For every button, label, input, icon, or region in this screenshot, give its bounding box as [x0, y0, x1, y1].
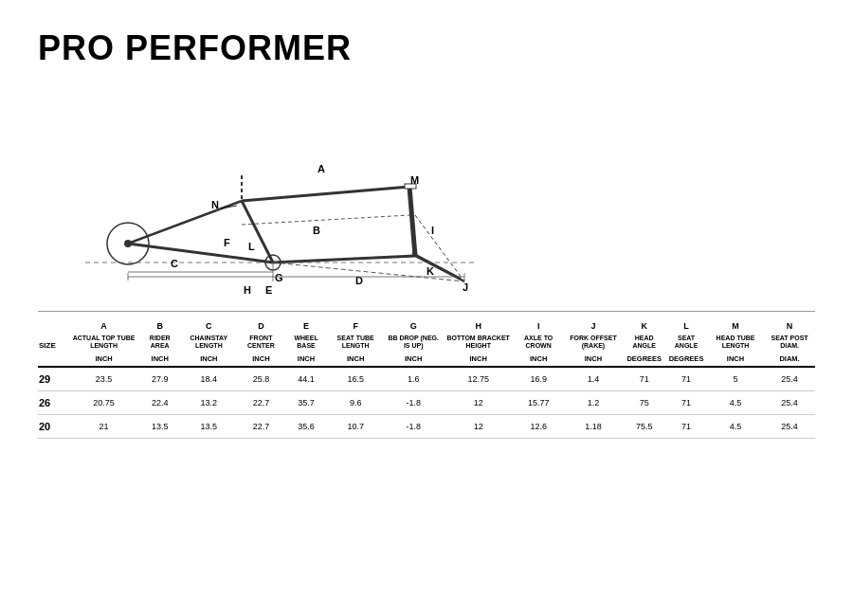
row29-e: 44.1	[284, 367, 327, 391]
table-row: 20 21 13.5 13.5 22.7 35.6 10.7 -1.8 12 1…	[38, 414, 815, 438]
bike-diagram: N A B C D E F G	[38, 78, 815, 305]
row26-g: -1.8	[384, 390, 444, 414]
col-f-unit: INCH	[328, 353, 384, 367]
col-k-header: HEAD ANGLE	[623, 333, 665, 353]
label-I: I	[431, 225, 434, 236]
row29-d: 25.8	[237, 367, 284, 391]
row29-b: 27.9	[139, 367, 180, 391]
label-N: N	[211, 199, 219, 210]
row20-c: 13.5	[180, 414, 237, 438]
col-b-header: RIDER AREA	[139, 333, 180, 353]
row20-i: 12.6	[514, 414, 564, 438]
row26-n: 25.4	[764, 390, 815, 414]
col-j-letter: J	[564, 319, 624, 333]
row26-e: 35.7	[284, 390, 327, 414]
row26-m: 4.5	[707, 390, 764, 414]
col-l-unit: DEGREES	[665, 353, 707, 367]
row29-g: 1.6	[384, 367, 444, 391]
row29-h: 12.75	[444, 367, 514, 391]
label-J: J	[463, 281, 468, 293]
row29-a: 23.5	[68, 367, 139, 391]
col-c-header: CHAINSTAY LENGTH	[180, 333, 237, 353]
row20-n: 25.4	[764, 414, 815, 438]
col-b-letter: B	[139, 319, 180, 333]
col-j-unit: INCH	[564, 353, 624, 367]
svg-line-9	[415, 215, 464, 281]
col-d-letter: D	[237, 319, 284, 333]
row26-k: 75	[623, 390, 665, 414]
row20-h: 12	[444, 414, 514, 438]
page-title: PRO PERFORMER	[38, 28, 815, 68]
size-unit	[38, 353, 68, 367]
col-a-unit: INCH	[68, 353, 139, 367]
label-E: E	[265, 284, 272, 296]
label-C: C	[171, 258, 178, 269]
row20-j: 1.18	[564, 414, 624, 438]
table-row: 26 20.75 22.4 13.2 22.7 35.7 9.6 -1.8 12…	[38, 390, 815, 414]
row29-c: 18.4	[180, 367, 237, 391]
column-header-row: SIZE ACTUAL TOP TUBE LENGTH RIDER AREA C…	[38, 333, 815, 353]
col-h-letter: H	[444, 319, 514, 333]
row20-k: 75.5	[623, 414, 665, 438]
col-h-header: BOTTOM BRACKET HEIGHT	[444, 333, 514, 353]
label-M: M	[410, 174, 419, 186]
col-e-unit: INCH	[284, 353, 327, 367]
row26-l: 71	[665, 390, 707, 414]
row29-j: 1.4	[564, 367, 624, 391]
row29-k: 71	[623, 367, 665, 391]
svg-line-16	[242, 215, 409, 225]
col-k-unit: DEGREES	[623, 353, 665, 367]
size-20: 20	[38, 414, 68, 438]
col-l-header: SEAT ANGLE	[665, 333, 707, 353]
col-n-letter: N	[764, 319, 815, 333]
column-letter-row: A B C D E F G H I J K L M N	[38, 319, 815, 333]
label-F: F	[224, 237, 230, 248]
row29-n: 25.4	[764, 367, 815, 391]
label-H: H	[244, 284, 251, 296]
col-h-unit: INCH	[444, 353, 514, 367]
svg-point-12	[124, 240, 132, 247]
size-header: SIZE	[38, 333, 68, 353]
row26-d: 22.7	[237, 390, 284, 414]
col-d-header: FRONT CENTER	[237, 333, 284, 353]
row29-l: 71	[665, 367, 707, 391]
svg-line-2	[242, 201, 273, 263]
row26-b: 22.4	[139, 390, 180, 414]
col-m-letter: M	[707, 319, 764, 333]
row20-d: 22.7	[237, 414, 284, 438]
col-n-unit: DIAM.	[764, 353, 815, 367]
label-K: K	[426, 265, 434, 277]
specs-table: A B C D E F G H I J K L M N SIZE ACTUAL …	[38, 319, 815, 439]
svg-line-8	[412, 253, 461, 279]
col-i-unit: INCH	[514, 353, 564, 367]
col-l-letter: L	[665, 319, 707, 333]
svg-line-3	[273, 256, 415, 263]
svg-line-5	[409, 187, 415, 256]
row26-i: 15.77	[514, 390, 564, 414]
row20-e: 35.6	[284, 414, 327, 438]
col-n-header: SEAT POST DIAM.	[764, 333, 815, 353]
col-j-header: FORK OFFSET (RAKE)	[564, 333, 624, 353]
col-a-letter: A	[68, 319, 139, 333]
table-row: 29 23.5 27.9 18.4 25.8 44.1 16.5 1.6 12.…	[38, 367, 815, 391]
row26-h: 12	[444, 390, 514, 414]
col-d-unit: INCH	[237, 353, 284, 367]
row26-f: 9.6	[328, 390, 384, 414]
col-i-letter: I	[514, 319, 564, 333]
col-k-letter: K	[623, 319, 665, 333]
svg-line-4	[242, 187, 409, 201]
divider	[38, 311, 815, 312]
row20-f: 10.7	[328, 414, 384, 438]
col-g-unit: INCH	[384, 353, 444, 367]
row20-l: 71	[665, 414, 707, 438]
unit-row: INCH INCH INCH INCH INCH INCH INCH INCH …	[38, 353, 815, 367]
row26-c: 13.2	[180, 390, 237, 414]
size-col-letter	[38, 319, 68, 333]
col-e-letter: E	[284, 319, 327, 333]
col-f-header: SEAT TUBE LENGTH	[328, 333, 384, 353]
bike-svg: N A B C D E F G	[38, 78, 815, 296]
col-c-unit: INCH	[180, 353, 237, 367]
row20-g: -1.8	[384, 414, 444, 438]
label-G: G	[275, 272, 283, 283]
label-L: L	[248, 241, 255, 252]
